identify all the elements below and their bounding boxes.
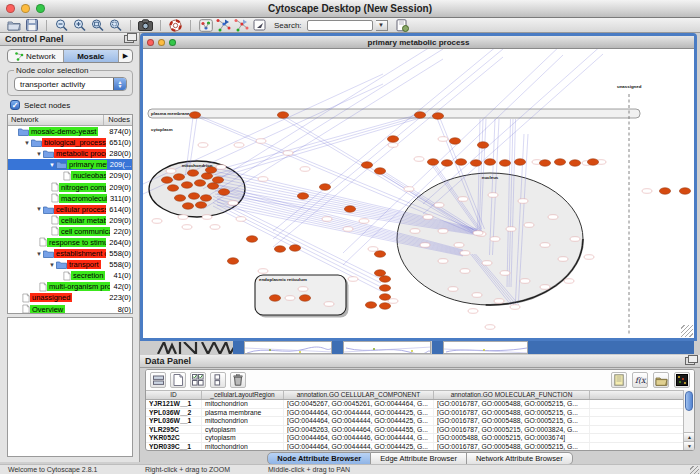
help-lifering-icon[interactable] xyxy=(168,19,183,32)
tree-row[interactable]: ▼primary metabo209(... xyxy=(8,159,132,170)
gene-node[interactable] xyxy=(499,160,510,167)
gene-node-capsule[interactable] xyxy=(368,247,378,252)
float-panel-icon[interactable] xyxy=(124,35,134,43)
vizmapper-icon[interactable] xyxy=(198,19,213,32)
network-graph[interactable]: plasma membranecytoplasmmitochondrionnuc… xyxy=(143,49,694,338)
gene-node[interactable] xyxy=(361,162,372,169)
tree-row[interactable]: unassigned223(0) xyxy=(8,292,132,303)
background-window-border[interactable] xyxy=(332,341,343,354)
app-resize-grip[interactable] xyxy=(690,466,699,474)
gene-node-capsule[interactable] xyxy=(468,309,478,314)
column-header[interactable]: ID xyxy=(146,391,202,399)
float-panel-icon[interactable] xyxy=(685,357,695,365)
table-cell[interactable]: YDR039C__1 xyxy=(146,443,202,451)
gene-node[interactable] xyxy=(218,189,229,196)
gene-node[interactable] xyxy=(344,206,355,213)
table-cell[interactable]: YPL036W__1 xyxy=(146,417,202,425)
tab-mosaic[interactable]: Mosaic xyxy=(64,50,120,62)
gene-node[interactable] xyxy=(201,173,212,180)
network-window-titlebar[interactable]: primary metabolic process xyxy=(143,36,694,49)
gene-node-capsule[interactable] xyxy=(300,167,310,172)
gene-node-capsule[interactable] xyxy=(518,199,528,204)
search-input[interactable] xyxy=(307,20,373,31)
gene-node-capsule[interactable] xyxy=(500,271,510,276)
table-row[interactable]: YDR039C__1mitochondrion[GO:0044464, GO:0… xyxy=(146,443,683,451)
gene-node-capsule[interactable] xyxy=(472,293,482,298)
gene-node-capsule[interactable] xyxy=(202,215,212,220)
table-cell[interactable]: [GO:0044464, GO:0044446, GO:0044444, G..… xyxy=(284,434,434,442)
table-cell[interactable]: YPL036W__2 xyxy=(146,409,202,417)
gene-node[interactable] xyxy=(299,295,310,302)
gene-node-capsule[interactable] xyxy=(540,243,550,248)
gene-node[interactable] xyxy=(379,276,390,283)
select-attributes-icon[interactable] xyxy=(150,372,166,388)
snapshot-camera-icon[interactable] xyxy=(138,19,153,32)
gene-node[interactable] xyxy=(679,188,690,195)
background-window-border[interactable] xyxy=(432,341,443,354)
gene-node-capsule[interactable] xyxy=(166,169,176,174)
table-row[interactable]: YJR121W__1mitochondrion[GO:0045267, GO:0… xyxy=(146,400,683,409)
table-row[interactable]: YPL036W__2plasma membrane[GO:0044464, GO… xyxy=(146,409,683,418)
gene-node-capsule[interactable] xyxy=(460,269,470,274)
gene-node-capsule[interactable] xyxy=(283,151,293,156)
gene-node-capsule[interactable] xyxy=(473,231,483,236)
gene-node-capsule[interactable] xyxy=(584,255,594,260)
gene-node-capsule[interactable] xyxy=(322,217,332,222)
tree-header-network[interactable]: Network xyxy=(8,115,104,125)
tree-row[interactable]: cell communicat22(0) xyxy=(8,226,132,237)
tree-row[interactable]: multi-organism pro42(0) xyxy=(8,281,132,292)
tree-row[interactable]: nitrogen compo209(0) xyxy=(8,181,132,192)
gene-node[interactable] xyxy=(387,136,398,143)
attribute-match-icon[interactable] xyxy=(210,372,226,388)
gene-node-capsule[interactable] xyxy=(298,287,308,292)
zoom-out-icon[interactable] xyxy=(54,19,69,32)
background-window-fragment[interactable] xyxy=(244,341,332,354)
gene-node-capsule[interactable] xyxy=(438,229,448,234)
new-network-icon[interactable] xyxy=(216,19,231,32)
gene-node-capsule[interactable] xyxy=(388,299,398,304)
gene-node[interactable] xyxy=(274,246,285,253)
gene-node-capsule[interactable] xyxy=(438,259,448,264)
table-row[interactable]: YKR052Ccytoplasm[GO:0044464, GO:0044446,… xyxy=(146,434,683,443)
tree-row[interactable]: response to stimulu264(0) xyxy=(8,237,132,248)
table-cell[interactable]: [GO:0044464, GO:0044444, GO:0044425, G..… xyxy=(284,443,434,451)
gene-node[interactable] xyxy=(289,245,300,252)
gene-node[interactable] xyxy=(246,236,257,243)
expand-arrow-icon[interactable]: ▼ xyxy=(49,262,56,268)
table-cell[interactable]: YLR295C xyxy=(146,426,202,434)
tree-row[interactable]: ▼biological_process651(0) xyxy=(8,137,132,148)
gene-node-capsule[interactable] xyxy=(178,215,188,220)
tree-row[interactable]: cellular metabo209(0) xyxy=(8,215,132,226)
gene-node-capsule[interactable] xyxy=(198,143,208,148)
gene-node[interactable] xyxy=(365,302,376,309)
tree-row[interactable]: nucleobase-209(0) xyxy=(8,170,132,181)
gene-node-capsule[interactable] xyxy=(434,203,444,208)
gene-node-capsule[interactable] xyxy=(410,229,420,234)
gene-node-capsule[interactable] xyxy=(570,237,580,242)
table-cell[interactable]: [GO:0005488, GO:0005215, GO:0003674] xyxy=(434,434,590,442)
gene-node-capsule[interactable] xyxy=(438,137,448,142)
gene-node[interactable] xyxy=(455,159,466,166)
scrollbar-thumb[interactable] xyxy=(685,391,693,411)
background-window-fragment[interactable] xyxy=(156,342,242,354)
table-row[interactable]: YPL036W__1mitochondrion[GO:0044464, GO:0… xyxy=(146,417,683,426)
gene-node-capsule[interactable] xyxy=(228,201,238,206)
gene-node-capsule[interactable] xyxy=(152,219,162,224)
background-window-border[interactable] xyxy=(233,341,244,354)
gene-node[interactable] xyxy=(659,188,670,195)
gene-node[interactable] xyxy=(195,202,206,209)
save-icon[interactable] xyxy=(24,19,39,32)
gene-node[interactable] xyxy=(432,113,443,120)
gene-node[interactable] xyxy=(449,138,460,145)
table-cell[interactable]: cytoplasm xyxy=(202,434,284,442)
gene-node-capsule[interactable] xyxy=(558,257,568,262)
table-cell[interactable]: YKR052C xyxy=(146,434,202,442)
gene-node[interactable] xyxy=(319,184,330,191)
gene-node-capsule[interactable] xyxy=(454,243,464,248)
gene-node[interactable] xyxy=(189,112,200,119)
gene-node[interactable] xyxy=(212,177,223,184)
search-dropdown-button[interactable]: ▼ xyxy=(376,20,388,31)
gene-node-capsule[interactable] xyxy=(359,219,369,224)
gene-node[interactable] xyxy=(374,270,385,277)
gene-node-capsule[interactable] xyxy=(324,302,334,307)
